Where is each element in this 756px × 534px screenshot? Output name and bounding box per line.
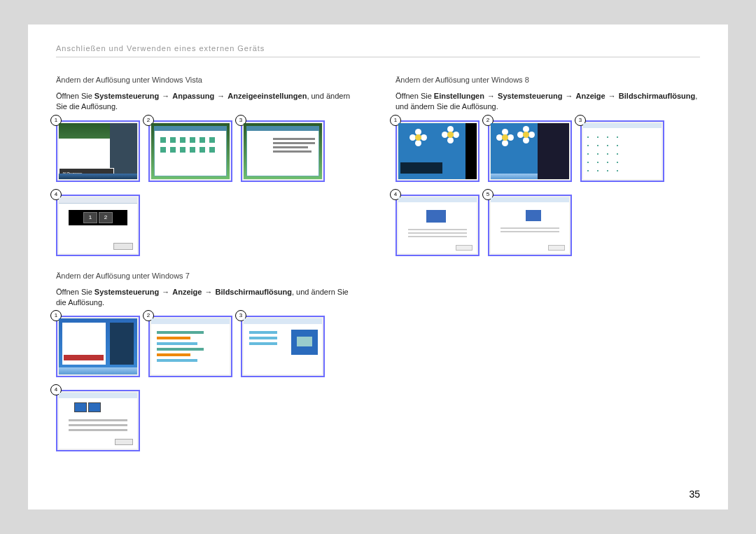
vista-thumbnails: 1 All Programs 2 3 [56, 120, 360, 256]
bold: Anzeige [172, 288, 202, 296]
bold: Anzeigeeinstellungen [227, 92, 307, 100]
bold: Anpassung [172, 92, 214, 100]
vista-title: Ändern der Auflösung unter Windows Vista [56, 76, 360, 84]
screenshot-win7-1: 1 [56, 316, 140, 377]
arrow-icon: → [608, 92, 617, 100]
vista-instruction: Öffnen Sie Systemsteuerung → Anpassung →… [56, 91, 360, 112]
screenshot-win8-2: 2 [488, 120, 572, 182]
right-column: Ändern der Auflösung unter Windows 8 Öff… [396, 76, 700, 467]
text: Öffnen Sie [56, 288, 94, 296]
screenshot-vista-2: 2 [148, 120, 232, 182]
page-number: 35 [689, 489, 700, 500]
screenshot-win8-3: 3 [580, 120, 664, 182]
win7-thumbnails: 1 2 3 4 [56, 316, 360, 451]
arrow-icon: → [161, 288, 170, 296]
two-column-layout: Ändern der Auflösung unter Windows Vista… [56, 76, 700, 467]
screenshot-win8-4: 4 [396, 195, 479, 256]
section-header: Anschließen und Verwenden eines externen… [56, 44, 700, 57]
text: Öffnen Sie [56, 92, 94, 100]
win8-thumbnails: 1 2 [396, 120, 700, 256]
screenshot-win7-4: 4 [56, 390, 140, 451]
text: Öffnen Sie [396, 92, 434, 100]
bold: Bildschirmauflösung [216, 288, 292, 296]
win8-instruction: Öffnen Sie Einstellungen → Systemsteueru… [396, 91, 700, 112]
screenshot-win7-2: 2 [148, 316, 232, 377]
monitor-2: 2 [99, 212, 113, 223]
screenshot-win8-1: 1 [396, 120, 479, 182]
bold: Bildschirmauflösung [619, 92, 695, 100]
arrow-icon: → [204, 288, 214, 296]
manual-page: Anschließen und Verwenden eines externen… [28, 24, 728, 510]
win7-title: Ändern der Auflösung unter Windows 7 [56, 272, 360, 280]
bold: Systemsteuerung [94, 288, 159, 296]
screenshot-vista-3: 3 [241, 120, 325, 182]
bold: Systemsteuerung [94, 92, 159, 100]
screenshot-win7-3: 3 [241, 316, 325, 377]
arrow-icon: → [161, 92, 170, 100]
screenshot-win8-5: 5 [488, 195, 572, 256]
monitor-1: 1 [83, 212, 97, 223]
arrow-icon: → [216, 92, 225, 100]
left-column: Ändern der Auflösung unter Windows Vista… [56, 76, 360, 467]
arrow-icon: → [486, 92, 496, 100]
arrow-icon: → [564, 92, 573, 100]
win8-title: Ändern der Auflösung unter Windows 8 [396, 76, 700, 84]
bold: Einstellungen [434, 92, 484, 100]
screenshot-vista-1: 1 All Programs [56, 120, 140, 182]
bold: Systemsteuerung [498, 92, 562, 100]
win7-instruction: Öffnen Sie Systemsteuerung → Anzeige → B… [56, 287, 360, 308]
bold: Anzeige [576, 92, 606, 100]
screenshot-vista-4: 4 1 2 [56, 195, 140, 256]
